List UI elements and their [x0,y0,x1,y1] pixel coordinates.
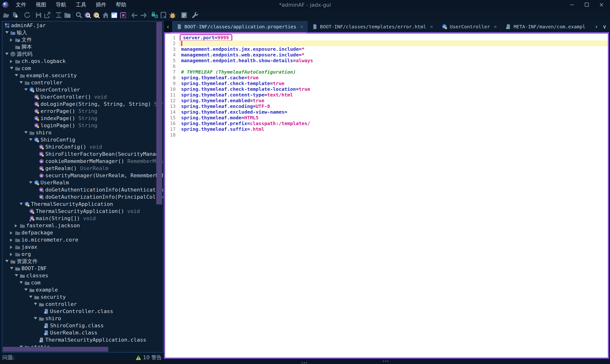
window-frame-button[interactable] [109,11,118,20]
tab-close-icon[interactable]: × [430,24,433,29]
code-line[interactable]: 2 [165,40,608,46]
tree-item[interactable]: cUserRealm [2,179,163,186]
chevron-right-icon[interactable] [10,253,13,256]
chevron-down-icon[interactable] [5,53,9,55]
log-viewer-button[interactable] [179,11,188,20]
chevron-right-icon[interactable] [10,60,13,63]
code-line[interactable]: 13spring.thymeleaf.encoding=UTF-8 [165,104,608,109]
code-line[interactable]: 4management.endpoints.web.exposure.inclu… [165,52,608,58]
tab-close-icon[interactable]: × [300,24,303,29]
editor-bottom-grip[interactable] [383,361,389,362]
tree-item[interactable]: mShiroFilterFactoryBean(SecurityManager) [2,151,163,158]
tree-item[interactable]: mShiroConfig() void [2,143,163,151]
tree-item[interactable]: 资源文件 [2,258,163,265]
chevron-down-icon[interactable] [15,74,18,77]
tree-item[interactable]: com [2,65,163,72]
script-editor-button[interactable] [159,11,168,20]
menu-item-4[interactable]: 工具 [72,0,90,9]
tree-item[interactable]: mdoGetAuthorizationInfo(PrincipalCollect… [2,194,163,201]
tree-item[interactable]: classes [2,272,163,279]
tree-item[interactable]: ch.qos.logback [2,58,163,65]
tree-item[interactable]: defpackage [2,229,163,236]
chevron-down-icon[interactable] [10,67,13,69]
reload-button[interactable] [22,11,31,20]
chevron-down-icon[interactable] [34,317,37,319]
chevron-down-icon[interactable] [5,31,9,34]
chevron-right-icon[interactable] [10,231,13,235]
tree-item[interactable]: 源代码 [2,51,163,58]
code-editor[interactable]: 1server.port=999923management.endpoints.… [164,34,609,359]
menu-item-1[interactable]: 文件 [12,0,30,9]
tree-item[interactable]: merrorPage() String [2,108,163,115]
tree-item[interactable]: io.micrometer.core [2,236,163,244]
code-line[interactable]: 17spring.thymeleaf.suffix=.html [165,126,608,132]
tree-item[interactable]: BOOT-INF [2,265,163,272]
flatten-packages-button[interactable] [54,11,63,20]
code-line[interactable]: 14spring.thymeleaf.excluded-view-names= [165,109,608,115]
chevron-down-icon[interactable] [24,131,28,134]
text-search-button[interactable] [74,11,83,20]
packages-view-button[interactable] [63,11,71,20]
tree-item[interactable]: example.security [2,72,163,79]
chevron-down-icon[interactable] [34,303,37,305]
tree-item[interactable]: mdoLoginPage(String, String, String) Str… [2,101,163,108]
tabs-scroll-left-button[interactable]: ‹ [164,21,172,32]
code-line[interactable]: 10spring.thymeleaf.check-template-locati… [165,86,608,92]
code-line[interactable]: 8spring.thymeleaf.cache=true [165,75,608,80]
tree-item[interactable]: javax [2,244,163,251]
tree-item[interactable]: JUserRealm.class [2,329,163,336]
home-button[interactable] [101,11,109,20]
menu-item-5[interactable]: 插件 [92,0,110,9]
chevron-right-icon[interactable] [10,246,13,249]
preferences-wrench-button[interactable] [190,11,199,20]
tree-item[interactable]: cShiroConfig [2,136,163,143]
chevron-down-icon[interactable] [29,181,32,184]
tree-item[interactable]: JShiroConfig.class [2,322,163,329]
tree-item[interactable]: shiro [2,315,163,322]
tree-item[interactable]: mloginPage() String [2,122,163,129]
tree-item[interactable]: adminAF.jar [2,22,163,29]
code-line[interactable]: 3management.endpoints.jmx.exposure.inclu… [165,46,608,52]
editor-tab-2[interactable]: ?BOOT-INF/classes/templates/error.html× [308,21,438,32]
tree-item[interactable]: example [2,286,163,294]
export-button[interactable] [42,11,51,20]
tree-item[interactable]: JThermalSecurityApplication.class [2,336,163,343]
chevron-right-icon[interactable] [10,238,13,242]
chevron-down-icon[interactable] [24,88,28,91]
maximize-button[interactable] [582,1,591,8]
code-line[interactable]: 11spring.thymeleaf.content-type=text/htm… [165,92,608,98]
class-search-button[interactable] [83,11,92,20]
tree-item[interactable]: mmain(String[]) void [2,215,163,222]
chevron-down-icon[interactable] [29,138,32,141]
code-line[interactable]: 12spring.thymeleaf.enabled=true [165,98,608,104]
editor-tab-1[interactable]: ?BOOT-INF/classes/application.properties… [172,21,308,32]
tree-item[interactable]: mcookieRememberMeManager() RememberMeMan… [2,158,163,165]
tab-close-icon[interactable]: × [494,24,497,29]
editor-tab-3[interactable]: cUserController× [438,21,501,32]
code-line[interactable]: 16spring.thymeleaf.prefix=classpath:/tem… [165,120,608,126]
code-line[interactable]: 15spring.thymeleaf.mode=HTML5 [165,115,608,120]
code-line[interactable]: 7# THYMELEAF (ThymeleafAutoConfiguration… [165,69,608,75]
back-arrow-button[interactable] [130,11,138,20]
menu-item-6[interactable]: 帮助 [112,0,130,9]
save-all-button[interactable] [34,11,42,20]
chevron-down-icon[interactable] [24,288,28,291]
manifest-m-button[interactable]: M [118,11,127,20]
menu-item-3[interactable]: 导航 [52,0,70,9]
chevron-down-icon[interactable] [10,267,13,269]
tree-horizontal-scrollbar[interactable] [3,347,108,351]
chevron-down-icon[interactable] [20,81,23,84]
tabs-list-dropdown-button[interactable]: ∨ [601,23,608,30]
editor-tab-4[interactable]: <>META-INF/maven/com.exampl [501,21,587,32]
close-button[interactable]: × [597,1,606,8]
tabs-scroll-right-button[interactable]: › [593,23,600,30]
tree-item[interactable]: mUserController() void [2,93,163,101]
forward-arrow-button[interactable] [138,11,147,20]
chevron-down-icon[interactable] [15,274,18,277]
window-bottom-grip[interactable] [302,362,307,363]
chevron-right-icon[interactable] [10,38,13,42]
tree-item[interactable]: controller [2,79,163,86]
tree-item[interactable]: 脚本 [2,43,163,51]
debugger-bug-button[interactable] [168,11,176,20]
open-file-button[interactable] [2,11,11,20]
